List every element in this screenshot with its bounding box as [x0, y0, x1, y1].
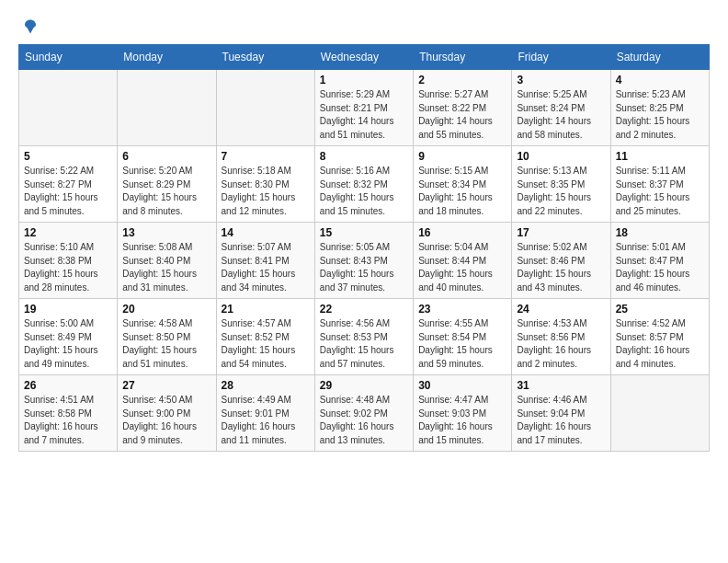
- day-number: 3: [517, 74, 605, 86]
- day-number: 5: [24, 150, 112, 163]
- calendar-cell: 29Sunrise: 4:48 AM Sunset: 9:02 PM Dayli…: [314, 375, 413, 452]
- calendar-cell: 17Sunrise: 5:02 AM Sunset: 8:46 PM Dayli…: [512, 223, 610, 299]
- calendar-cell: 31Sunrise: 4:46 AM Sunset: 9:04 PM Dayli…: [512, 375, 610, 452]
- day-number: 19: [24, 303, 112, 316]
- day-info: Sunrise: 5:22 AM Sunset: 8:27 PM Dayligh…: [24, 165, 112, 218]
- day-info: Sunrise: 5:05 AM Sunset: 8:43 PM Dayligh…: [320, 241, 408, 294]
- calendar-cell: 8Sunrise: 5:16 AM Sunset: 8:32 PM Daylig…: [314, 146, 413, 223]
- day-number: 12: [24, 226, 112, 239]
- column-header-wednesday: Wednesday: [314, 45, 413, 70]
- week-row-2: 5Sunrise: 5:22 AM Sunset: 8:27 PM Daylig…: [19, 146, 710, 223]
- calendar-cell: 25Sunrise: 4:52 AM Sunset: 8:57 PM Dayli…: [610, 299, 709, 375]
- calendar-cell: 26Sunrise: 4:51 AM Sunset: 8:58 PM Dayli…: [19, 375, 118, 452]
- day-number: 10: [517, 150, 605, 163]
- day-number: 20: [122, 303, 210, 316]
- day-number: 31: [517, 379, 605, 392]
- calendar-cell: 24Sunrise: 4:53 AM Sunset: 8:56 PM Dayli…: [512, 299, 610, 375]
- day-info: Sunrise: 4:48 AM Sunset: 9:02 PM Dayligh…: [320, 394, 408, 447]
- column-header-monday: Monday: [118, 45, 216, 70]
- week-row-4: 19Sunrise: 5:00 AM Sunset: 8:49 PM Dayli…: [19, 299, 710, 375]
- calendar-cell: 10Sunrise: 5:13 AM Sunset: 8:35 PM Dayli…: [512, 146, 610, 223]
- day-info: Sunrise: 5:01 AM Sunset: 8:47 PM Dayligh…: [616, 241, 704, 294]
- day-info: Sunrise: 5:11 AM Sunset: 8:37 PM Dayligh…: [616, 165, 704, 218]
- calendar-cell: 21Sunrise: 4:57 AM Sunset: 8:52 PM Dayli…: [216, 299, 314, 375]
- day-number: 30: [418, 379, 506, 392]
- day-info: Sunrise: 5:16 AM Sunset: 8:32 PM Dayligh…: [320, 165, 408, 218]
- calendar-cell: 13Sunrise: 5:08 AM Sunset: 8:40 PM Dayli…: [118, 223, 216, 299]
- day-info: Sunrise: 5:18 AM Sunset: 8:30 PM Dayligh…: [222, 165, 310, 218]
- day-number: 7: [222, 150, 310, 163]
- day-info: Sunrise: 4:57 AM Sunset: 8:52 PM Dayligh…: [222, 317, 310, 371]
- day-number: 29: [320, 379, 408, 392]
- day-info: Sunrise: 5:20 AM Sunset: 8:29 PM Dayligh…: [122, 165, 210, 218]
- day-info: Sunrise: 5:13 AM Sunset: 8:35 PM Dayligh…: [517, 165, 605, 218]
- calendar-cell: 16Sunrise: 5:04 AM Sunset: 8:44 PM Dayli…: [414, 223, 512, 299]
- calendar-cell: 3Sunrise: 5:25 AM Sunset: 8:24 PM Daylig…: [512, 70, 610, 146]
- calendar-cell: 20Sunrise: 4:58 AM Sunset: 8:50 PM Dayli…: [118, 299, 216, 375]
- calendar-cell: 6Sunrise: 5:20 AM Sunset: 8:29 PM Daylig…: [118, 146, 216, 223]
- day-number: 13: [122, 226, 210, 239]
- calendar-cell: 27Sunrise: 4:50 AM Sunset: 9:00 PM Dayli…: [118, 375, 216, 452]
- column-header-friday: Friday: [512, 45, 610, 70]
- day-info: Sunrise: 4:47 AM Sunset: 9:03 PM Dayligh…: [418, 394, 506, 447]
- day-info: Sunrise: 5:04 AM Sunset: 8:44 PM Dayligh…: [418, 241, 506, 294]
- day-info: Sunrise: 5:02 AM Sunset: 8:46 PM Dayligh…: [517, 241, 605, 294]
- day-info: Sunrise: 4:50 AM Sunset: 9:00 PM Dayligh…: [122, 394, 210, 447]
- column-header-tuesday: Tuesday: [216, 45, 314, 70]
- calendar-cell: 12Sunrise: 5:10 AM Sunset: 8:38 PM Dayli…: [19, 223, 118, 299]
- day-number: 18: [616, 226, 704, 239]
- calendar-cell: 19Sunrise: 5:00 AM Sunset: 8:49 PM Dayli…: [19, 299, 118, 375]
- logo: [18, 18, 40, 35]
- calendar-cell: 7Sunrise: 5:18 AM Sunset: 8:30 PM Daylig…: [216, 146, 314, 223]
- column-header-saturday: Saturday: [610, 45, 709, 70]
- calendar-cell: 15Sunrise: 5:05 AM Sunset: 8:43 PM Dayli…: [314, 223, 413, 299]
- day-number: 8: [320, 150, 408, 163]
- calendar-cell: 28Sunrise: 4:49 AM Sunset: 9:01 PM Dayli…: [216, 375, 314, 452]
- calendar-cell: 22Sunrise: 4:56 AM Sunset: 8:53 PM Dayli…: [314, 299, 413, 375]
- day-number: 24: [517, 303, 605, 316]
- day-number: 4: [616, 74, 704, 86]
- day-number: 2: [418, 74, 506, 86]
- calendar-cell: [610, 375, 709, 452]
- calendar-cell: 14Sunrise: 5:07 AM Sunset: 8:41 PM Dayli…: [216, 223, 314, 299]
- day-info: Sunrise: 5:08 AM Sunset: 8:40 PM Dayligh…: [122, 241, 210, 294]
- day-number: 27: [122, 379, 210, 392]
- day-number: 6: [122, 150, 210, 163]
- day-number: 15: [320, 226, 408, 239]
- day-info: Sunrise: 4:58 AM Sunset: 8:50 PM Dayligh…: [122, 317, 210, 371]
- calendar-cell: 23Sunrise: 4:55 AM Sunset: 8:54 PM Dayli…: [414, 299, 512, 375]
- day-number: 14: [222, 226, 310, 239]
- day-info: Sunrise: 5:15 AM Sunset: 8:34 PM Dayligh…: [418, 165, 506, 218]
- day-info: Sunrise: 5:23 AM Sunset: 8:25 PM Dayligh…: [616, 88, 704, 142]
- column-header-sunday: Sunday: [19, 45, 118, 70]
- day-number: 16: [418, 226, 506, 239]
- day-info: Sunrise: 4:53 AM Sunset: 8:56 PM Dayligh…: [517, 317, 605, 371]
- day-number: 9: [418, 150, 506, 163]
- calendar-cell: [216, 70, 314, 146]
- day-number: 11: [616, 150, 704, 163]
- week-row-5: 26Sunrise: 4:51 AM Sunset: 8:58 PM Dayli…: [19, 375, 710, 452]
- day-info: Sunrise: 4:56 AM Sunset: 8:53 PM Dayligh…: [320, 317, 408, 371]
- day-number: 28: [222, 379, 310, 392]
- day-info: Sunrise: 5:10 AM Sunset: 8:38 PM Dayligh…: [24, 241, 112, 294]
- calendar-cell: [118, 70, 216, 146]
- calendar-cell: 5Sunrise: 5:22 AM Sunset: 8:27 PM Daylig…: [19, 146, 118, 223]
- calendar-cell: 9Sunrise: 5:15 AM Sunset: 8:34 PM Daylig…: [414, 146, 512, 223]
- calendar-cell: 30Sunrise: 4:47 AM Sunset: 9:03 PM Dayli…: [414, 375, 512, 452]
- day-number: 1: [320, 74, 408, 86]
- day-number: 21: [222, 303, 310, 316]
- day-info: Sunrise: 4:52 AM Sunset: 8:57 PM Dayligh…: [616, 317, 704, 371]
- calendar-table: SundayMondayTuesdayWednesdayThursdayFrid…: [18, 44, 710, 452]
- day-info: Sunrise: 5:29 AM Sunset: 8:21 PM Dayligh…: [320, 88, 408, 142]
- day-info: Sunrise: 4:55 AM Sunset: 8:54 PM Dayligh…: [418, 317, 506, 371]
- day-info: Sunrise: 5:27 AM Sunset: 8:22 PM Dayligh…: [418, 88, 506, 142]
- calendar-cell: 2Sunrise: 5:27 AM Sunset: 8:22 PM Daylig…: [414, 70, 512, 146]
- day-info: Sunrise: 5:07 AM Sunset: 8:41 PM Dayligh…: [222, 241, 310, 294]
- calendar-cell: 18Sunrise: 5:01 AM Sunset: 8:47 PM Dayli…: [610, 223, 709, 299]
- page: SundayMondayTuesdayWednesdayThursdayFrid…: [0, 0, 728, 461]
- column-header-thursday: Thursday: [414, 45, 512, 70]
- week-row-1: 1Sunrise: 5:29 AM Sunset: 8:21 PM Daylig…: [19, 70, 710, 146]
- week-row-3: 12Sunrise: 5:10 AM Sunset: 8:38 PM Dayli…: [19, 223, 710, 299]
- day-number: 26: [24, 379, 112, 392]
- day-number: 22: [320, 303, 408, 316]
